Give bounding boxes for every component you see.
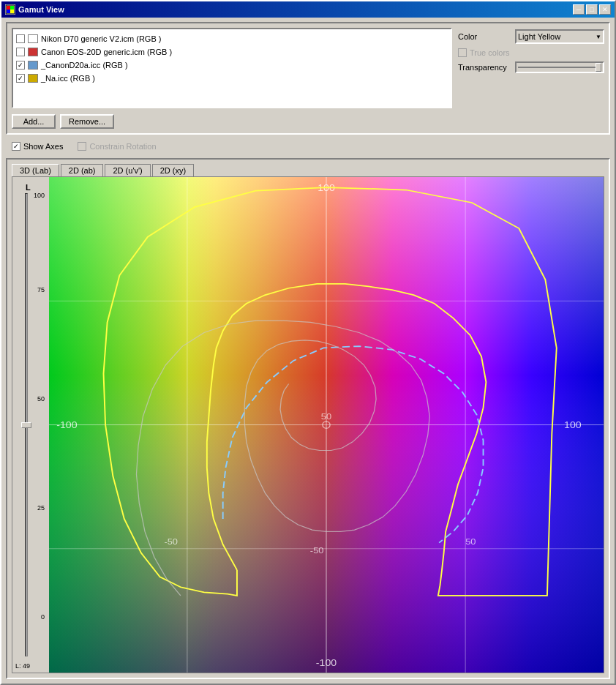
color-row: Color Light Yellow ▼ [458,29,604,44]
title-bar: Gamut View ─ □ ✕ [1,1,615,18]
color-value: Light Yellow [518,32,560,41]
l-axis: L 100 75 50 25 0 L: 49 [12,177,49,673]
constrain-rotation-label: Constrain Rotation [89,142,156,151]
window-icon [5,4,15,15]
gamut-svg: 100 -100 -100 100 50 50 -50 -50 [49,177,604,673]
maximize-button[interactable]: □ [586,4,598,15]
top-panel: Nikon D70 generic V2.icm (RGB )Canon EOS… [6,22,610,135]
title-bar-left: Gamut View [5,4,64,15]
svg-rect-1 [7,6,10,10]
l-slider-container[interactable] [21,193,31,656]
profile-label: Canon EOS-20D generic.icm (RGB ) [41,46,172,58]
show-axes-label: Show Axes [23,142,63,151]
true-colors-row: True colors [458,48,604,57]
tabs-bar: 3D (Lab) 2D (ab) 2D (u'v') 2D (xy) [12,164,604,176]
tab-2dxy[interactable]: 2D (xy) [152,164,194,176]
l-value: L: 49 [15,662,30,670]
chart-area[interactable]: L 100 75 50 25 0 L: 49 [12,176,604,673]
slider-thumb [596,63,601,72]
color-label: Color [458,32,509,41]
profile-checkbox[interactable] [16,48,25,56]
svg-text:100: 100 [564,420,582,430]
add-button[interactable]: Add... [12,114,56,129]
tab-3dlab[interactable]: 3D (Lab) [12,164,59,176]
close-button[interactable]: ✕ [599,4,611,15]
l-tick-25: 25 [37,504,45,512]
transparency-label: Transparency [458,63,509,72]
profiles-list[interactable]: Nikon D70 generic V2.icm (RGB )Canon EOS… [12,28,452,108]
svg-text:-50: -50 [310,545,324,555]
show-axes-checkbox[interactable] [12,142,20,151]
svg-text:50: 50 [321,412,331,422]
profile-item[interactable]: _CanonD20a.icc (RGB ) [16,59,448,72]
color-dropdown[interactable]: Light Yellow ▼ [515,29,604,44]
profile-checkbox[interactable] [16,74,25,83]
l-slider-thumb [21,422,31,428]
profiles-section: Nikon D70 generic V2.icm (RGB )Canon EOS… [12,28,452,129]
options-bar: Show Axes Constrain Rotation [6,139,610,154]
profile-checkbox[interactable] [16,34,25,43]
l-tick-50: 50 [37,395,45,403]
remove-button[interactable]: Remove... [60,114,114,129]
svg-text:-50: -50 [164,536,178,546]
main-window: Gamut View ─ □ ✕ Nikon D70 generic V2.ic… [0,0,616,685]
l-tick-0: 0 [41,613,45,621]
profile-item[interactable]: Canon EOS-20D generic.icm (RGB ) [16,45,448,59]
tab-2duv[interactable]: 2D (u'v') [105,164,150,176]
slider-groove [518,67,601,68]
profile-label: _CanonD20a.icc (RGB ) [41,59,128,71]
svg-rect-3 [7,10,10,13]
profile-checkbox[interactable] [16,61,25,70]
window-content: Nikon D70 generic V2.icm (RGB )Canon EOS… [1,18,615,684]
l-tick-100: 100 [34,192,45,199]
dropdown-arrow-icon: ▼ [596,34,601,40]
show-axes-option: Show Axes [12,142,63,151]
svg-text:-100: -100 [316,657,337,667]
true-colors-label: True colors [470,48,510,57]
profile-label: Nikon D70 generic V2.icm (RGB ) [41,33,161,45]
profile-item[interactable]: Nikon D70 generic V2.icm (RGB ) [16,32,448,45]
profile-buttons: Add... Remove... [12,114,452,129]
svg-rect-4 [10,10,14,13]
window-title: Gamut View [18,5,64,14]
constrain-rotation-checkbox [78,142,86,151]
right-controls: Color Light Yellow ▼ True colors Transpa… [458,28,604,129]
svg-text:50: 50 [465,536,476,546]
chart-main: 100 -100 -100 100 50 50 -50 -50 [49,177,604,673]
transparency-row: Transparency [458,61,604,73]
svg-rect-2 [10,6,14,10]
profile-color-swatch [28,74,38,83]
tab-2dab[interactable]: 2D (ab) [61,164,104,176]
profile-item[interactable]: _Na.icc (RGB ) [16,72,448,85]
profile-label: _Na.icc (RGB ) [41,72,95,84]
transparency-slider[interactable] [515,61,604,73]
profile-color-swatch [28,48,38,56]
svg-text:-100: -100 [56,420,77,430]
profile-color-swatch [28,34,38,43]
constrain-rotation-option: Constrain Rotation [78,142,156,151]
l-axis-label: L [26,183,31,192]
true-colors-checkbox [458,48,467,57]
minimize-button[interactable]: ─ [573,4,585,15]
title-buttons: ─ □ ✕ [573,4,611,15]
gamut-section: 3D (Lab) 2D (ab) 2D (u'v') 2D (xy) L 100… [6,158,610,679]
l-tick-75: 75 [37,286,45,293]
profile-color-swatch [28,61,38,70]
